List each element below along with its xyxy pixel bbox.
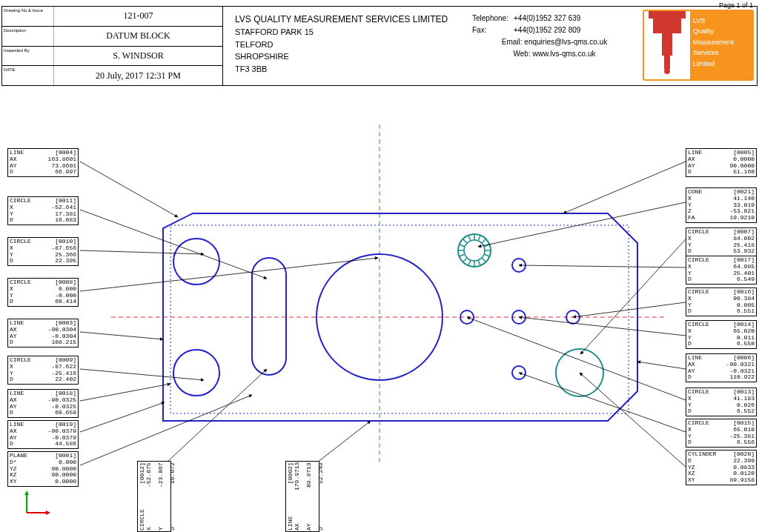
svg-line-31	[80, 210, 267, 279]
svg-line-38	[80, 395, 252, 465]
callout-0009: CIRCLE[0009]X-87.622Y-25.416D22.402	[7, 356, 79, 385]
field-drawing-no: Drawing No & Issue 121-007	[2, 7, 222, 27]
report-header: Drawing No & Issue 121-007 Description D…	[1, 6, 758, 86]
svg-point-5	[173, 350, 219, 396]
callout-0005: LINE[0005]AX0.0000AY90.0000D51.160	[686, 148, 757, 177]
company-address: LVS QUALITY MEASUREMENT SERVICES LIMITED…	[223, 7, 469, 85]
callout-0010: CIRCLE[0010]X-87.656Y25.366D22.395	[7, 237, 79, 266]
svg-marker-52	[24, 491, 29, 495]
drawing-canvas	[0, 87, 759, 532]
svg-point-4	[173, 239, 219, 285]
callout-0003: LINE[0003]AX-90.0304AY-0.0304D108.215	[7, 319, 79, 348]
svg-line-45	[637, 362, 686, 369]
axis-indicator	[22, 488, 52, 517]
callout-0013: CIRCLE[0013]X41.183Y0.026D6.552	[686, 388, 757, 416]
callout-0015: CIRCLE[0015]X65.010Y-25.381D6.556	[686, 419, 757, 448]
callout-0001: PLANE[0001]D*0.000YZ90.0000XZ90.0000XY0.…	[7, 451, 79, 487]
svg-line-13	[463, 239, 468, 244]
callout-0006: LINE[0006]AX-90.0321AY-0.0321D110.922	[686, 353, 757, 382]
svg-line-36	[80, 384, 170, 401]
svg-point-7	[464, 240, 485, 261]
svg-line-37	[80, 402, 165, 432]
svg-line-48	[580, 373, 686, 467]
svg-line-30	[80, 162, 178, 217]
svg-line-46	[467, 317, 686, 400]
svg-line-39	[563, 162, 686, 213]
callout-0016: CIRCLE[0016]X90.384Y0.005D6.551	[686, 287, 757, 316]
callout-0007: CIRCLE[0007]X84.002Y25.418D53.932	[686, 227, 757, 256]
callout-0019: LINE[0019]AX-90.0379AY-0.0379D44.586	[7, 420, 79, 449]
svg-line-23	[468, 260, 471, 265]
callout-0014: CIRCLE[0014]X65.020Y0.011D6.550	[686, 320, 757, 349]
svg-line-17	[460, 245, 465, 247]
svg-line-19	[460, 254, 465, 256]
probe-icon	[644, 11, 690, 79]
svg-line-14	[482, 258, 486, 262]
svg-line-43	[573, 302, 686, 317]
callout-0017: CIRCLE[0017]X64.985Y25.401D6.549	[686, 256, 757, 285]
company-logo: LVS Quality Measurement Services Limited	[643, 10, 754, 81]
callout-0011: CIRCLE[0011]X-52.641Y17.381D16.083	[7, 196, 79, 225]
svg-line-41	[580, 239, 686, 354]
svg-line-20	[478, 236, 480, 241]
field-date: DATE 20 July, 2017 12:31 PM	[2, 66, 222, 85]
svg-line-44	[519, 317, 686, 336]
header-fields: Drawing No & Issue 121-007 Description D…	[2, 7, 223, 85]
callout-0012: CIRCLE[0012]X-52.675Y-23.867D16.072	[137, 461, 171, 532]
company-contact: Telephone:+44(0)1952 327 639 Fax:+44(0)1…	[469, 7, 640, 85]
svg-line-32	[80, 250, 204, 254]
svg-line-21	[468, 236, 471, 241]
callout-0020: CYLINDER[0020]D22.399YZ0.0833XZ0.0120XY8…	[686, 450, 757, 485]
callout-0018: LINE[0018]AX-90.0325AY-0.0325D60.659	[7, 389, 79, 418]
svg-line-18	[484, 254, 489, 256]
svg-line-12	[482, 239, 486, 244]
callout-0002: LINE[0002]AX179.9713AY89.9713D52.249	[285, 461, 319, 532]
svg-marker-54	[46, 511, 50, 515]
svg-line-40	[478, 202, 686, 247]
callout-0004: LINE[0004]AX163.8601AY73.8601D66.997	[7, 148, 79, 177]
field-description: Description DATUM BLOCK	[2, 27, 222, 47]
field-inspected-by: Inspected By S. WINDSOR	[2, 47, 222, 67]
svg-line-34	[80, 332, 163, 339]
svg-line-35	[80, 369, 204, 380]
callout-0008: CIRCLE[0008]X0.000Y-0.000D60.414	[7, 278, 79, 307]
svg-line-22	[478, 260, 480, 265]
svg-line-15	[463, 258, 468, 262]
callout-0021: CONE[0021]X41.140Y33.019Z-53.021FA19.921…	[686, 187, 757, 223]
